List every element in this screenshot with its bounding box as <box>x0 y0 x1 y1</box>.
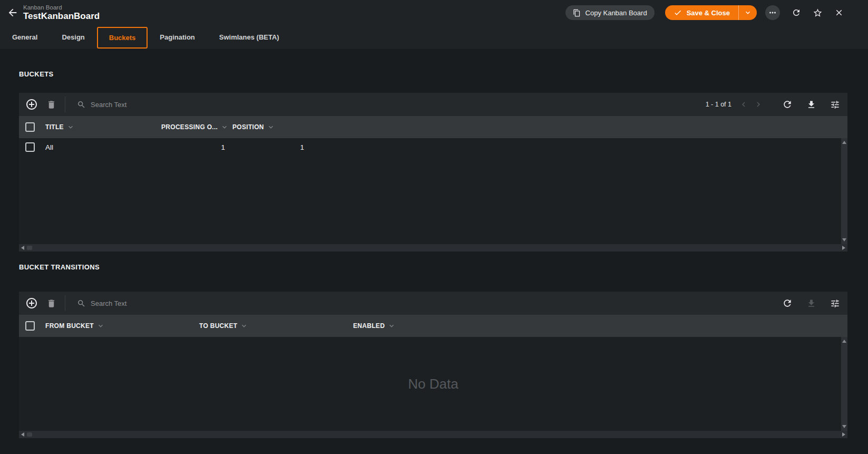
tune-icon <box>830 298 840 308</box>
search-icon <box>77 100 86 109</box>
column-label: PROCESSING O... <box>161 123 218 131</box>
arrow-left-icon <box>7 7 18 18</box>
favorite-button[interactable] <box>813 8 823 18</box>
copy-kanban-board-button[interactable]: Copy Kanban Board <box>565 5 655 20</box>
copy-icon <box>573 9 581 17</box>
page-title: TestKanbanBoard <box>23 11 100 22</box>
column-header-title[interactable]: TITLE <box>42 123 158 131</box>
vertical-scrollbar[interactable] <box>841 138 847 244</box>
download-button-disabled[interactable] <box>806 298 816 308</box>
star-icon <box>813 8 823 18</box>
check-icon <box>674 8 682 17</box>
prev-page-button[interactable] <box>739 100 748 109</box>
select-all-checkbox[interactable] <box>25 321 35 331</box>
tab-pagination[interactable]: Pagination <box>148 25 207 49</box>
add-circle-icon <box>25 297 38 310</box>
scroll-down-arrow[interactable] <box>842 238 846 242</box>
cell-title: All <box>42 143 158 151</box>
refresh-grid-button[interactable] <box>782 298 793 308</box>
chevron-right-icon <box>754 100 763 109</box>
transitions-heading: BUCKET TRANSITIONS <box>19 263 847 271</box>
scroll-left-arrow[interactable] <box>21 246 24 250</box>
buckets-header-row: TITLE PROCESSING O... POSITION <box>19 116 847 138</box>
transitions-table-body: No Data <box>19 337 847 431</box>
chevron-down-icon <box>744 8 752 17</box>
save-close-split-button: Save & Close <box>665 5 757 20</box>
buckets-search-input[interactable] <box>90 100 200 109</box>
chevron-left-icon <box>739 100 748 109</box>
column-header-to-bucket[interactable]: TO BUCKET <box>196 322 350 330</box>
vertical-scrollbar[interactable] <box>841 337 847 431</box>
buckets-toolbar: 1 - 1 of 1 <box>19 93 847 116</box>
column-settings-button[interactable] <box>830 298 840 308</box>
delete-bucket-button[interactable] <box>46 100 56 110</box>
next-page-button[interactable] <box>754 100 763 109</box>
tab-swimlanes[interactable]: Swimlanes (BETA) <box>207 25 291 49</box>
tab-buckets[interactable]: Buckets <box>97 27 148 49</box>
sort-chevron-icon <box>96 322 105 330</box>
refresh-icon <box>792 8 801 17</box>
scroll-right-arrow[interactable] <box>842 246 845 250</box>
row-checkbox[interactable] <box>25 142 35 152</box>
buckets-search <box>77 100 200 109</box>
save-options-dropdown[interactable] <box>739 5 757 20</box>
column-header-enabled[interactable]: ENABLED <box>350 322 504 330</box>
column-settings-button[interactable] <box>830 100 840 110</box>
column-label: TO BUCKET <box>199 322 237 330</box>
select-all-checkbox[interactable] <box>25 122 35 132</box>
cell-position: 1 <box>229 143 308 151</box>
search-icon <box>77 299 86 308</box>
column-label: ENABLED <box>353 322 385 330</box>
sort-chevron-icon <box>220 123 229 131</box>
topbar: Kanban Board TestKanbanBoard Copy Kanban… <box>0 0 868 25</box>
add-bucket-button[interactable] <box>25 98 38 111</box>
reload-button[interactable] <box>792 8 801 17</box>
more-actions-button[interactable] <box>765 5 780 20</box>
tab-design[interactable]: Design <box>50 25 96 49</box>
sort-chevron-icon <box>387 322 396 330</box>
add-transition-button[interactable] <box>25 297 38 310</box>
column-header-position[interactable]: POSITION <box>229 123 308 131</box>
tune-icon <box>830 100 840 110</box>
buckets-grid: 1 - 1 of 1 <box>19 93 847 252</box>
buckets-toolbar-right: 1 - 1 of 1 <box>706 99 840 110</box>
column-header-processing-order[interactable]: PROCESSING O... <box>158 123 229 131</box>
column-header-from-bucket[interactable]: FROM BUCKET <box>42 322 196 330</box>
close-button[interactable] <box>834 8 844 17</box>
delete-transition-button[interactable] <box>46 298 56 308</box>
topbar-actions: Copy Kanban Board Save & Close <box>565 5 844 20</box>
close-icon <box>834 8 844 17</box>
transitions-search-input[interactable] <box>90 299 200 308</box>
cell-processing-order: 1 <box>158 143 229 151</box>
refresh-grid-button[interactable] <box>782 99 793 110</box>
download-button[interactable] <box>806 100 816 110</box>
buckets-table-body: All 1 1 <box>19 138 847 244</box>
sort-chevron-icon <box>267 123 275 131</box>
save-close-button[interactable]: Save & Close <box>665 5 738 20</box>
horizontal-scrollbar-thumb[interactable] <box>27 432 32 437</box>
trash-icon <box>46 100 56 110</box>
pagination-label: 1 - 1 of 1 <box>706 101 732 108</box>
scroll-up-arrow[interactable] <box>842 340 846 343</box>
tabbar: General Design Buckets Pagination Swimla… <box>0 25 868 49</box>
refresh-icon <box>782 99 793 110</box>
scroll-down-arrow[interactable] <box>842 425 846 428</box>
refresh-icon <box>782 298 793 308</box>
toolbar-divider <box>65 96 65 112</box>
horizontal-scrollbar[interactable] <box>19 431 847 438</box>
table-row[interactable]: All 1 1 <box>19 138 847 156</box>
tab-general[interactable]: General <box>0 25 50 49</box>
no-data-message: No Data <box>408 376 458 392</box>
ellipsis-icon <box>768 8 777 17</box>
transitions-grid: FROM BUCKET TO BUCKET ENABLED No Data <box>19 292 847 438</box>
scroll-right-arrow[interactable] <box>842 432 845 437</box>
horizontal-scrollbar-thumb[interactable] <box>27 246 32 250</box>
add-circle-icon <box>25 98 38 111</box>
scroll-left-arrow[interactable] <box>21 432 24 437</box>
save-button-label: Save & Close <box>687 9 730 17</box>
horizontal-scrollbar[interactable] <box>19 244 847 252</box>
title-block: Kanban Board TestKanbanBoard <box>23 4 100 22</box>
scroll-up-arrow[interactable] <box>842 141 846 144</box>
back-button[interactable] <box>4 4 21 21</box>
trash-icon <box>46 298 56 308</box>
